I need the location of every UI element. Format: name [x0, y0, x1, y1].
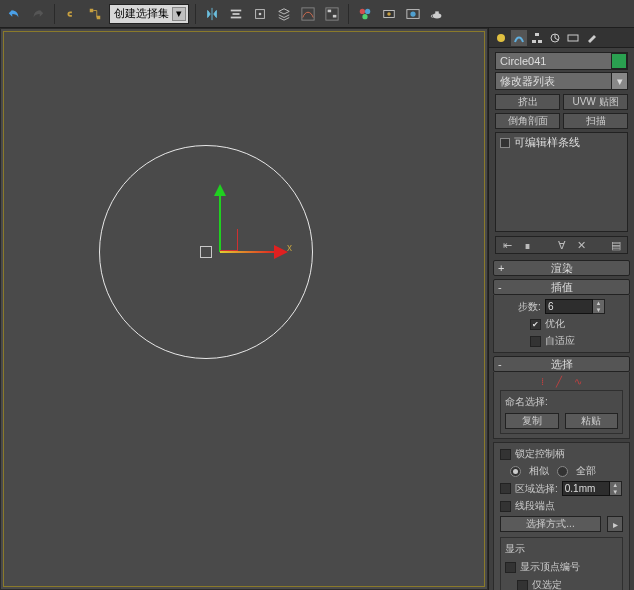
- object-name-field[interactable]: Circle041: [495, 52, 628, 70]
- selection-set-dropdown[interactable]: 创建选择集 ▾: [109, 4, 189, 24]
- lock-handles-checkbox[interactable]: [500, 449, 511, 460]
- svg-point-13: [362, 14, 367, 19]
- collapse-icon: -: [498, 358, 502, 370]
- all-label: 全部: [576, 464, 596, 478]
- area-select-label: 区域选择:: [515, 482, 558, 496]
- undo-icon[interactable]: [4, 4, 24, 24]
- selected-only-checkbox[interactable]: [517, 580, 528, 591]
- lock-handles-label: 锁定控制柄: [515, 447, 565, 461]
- motion-tab-icon[interactable]: [547, 30, 563, 46]
- configure-sets-icon[interactable]: ▤: [609, 238, 623, 252]
- command-panel-tabs: [489, 28, 634, 48]
- rollout-render-header[interactable]: + 渲染: [493, 260, 630, 276]
- area-select-checkbox[interactable]: [500, 483, 511, 494]
- svg-rect-0: [90, 8, 94, 12]
- similar-label: 相似: [529, 464, 549, 478]
- rollout-select-header[interactable]: - 选择: [493, 356, 630, 372]
- show-vertex-num-checkbox[interactable]: [505, 562, 516, 573]
- spline-subobj-icon[interactable]: ∿: [574, 376, 582, 387]
- xy-plane-handle[interactable]: [220, 229, 238, 251]
- svg-rect-9: [328, 9, 332, 12]
- segment-end-checkbox[interactable]: [500, 501, 511, 512]
- svg-rect-3: [233, 13, 240, 15]
- rollout-interp-header[interactable]: - 插值: [493, 279, 630, 295]
- uvw-map-button[interactable]: UVW 贴图: [563, 94, 628, 110]
- extrude-button[interactable]: 挤出: [495, 94, 560, 110]
- stack-toolbar: ⇤ ∎ ∀ ✕ ▤: [495, 236, 628, 254]
- copy-button[interactable]: 复制: [505, 413, 559, 429]
- x-axis-arrow-icon: [274, 245, 288, 259]
- rollout-render-title: 渲染: [494, 261, 629, 276]
- modifier-stack[interactable]: 可编辑样条线: [495, 132, 628, 232]
- schematic-icon[interactable]: [85, 4, 105, 24]
- steps-label: 步数:: [518, 300, 541, 314]
- utilities-tab-icon[interactable]: [583, 30, 599, 46]
- remove-modifier-icon[interactable]: ✕: [575, 238, 589, 252]
- redo-icon[interactable]: [28, 4, 48, 24]
- steps-spinner[interactable]: ▲▼: [593, 299, 605, 314]
- render-setup-icon[interactable]: [379, 4, 399, 24]
- svg-rect-23: [538, 40, 542, 43]
- show-end-result-icon[interactable]: ∎: [520, 238, 534, 252]
- stack-expand-icon[interactable]: [500, 138, 510, 148]
- main-toolbar: 创建选择集 ▾: [0, 0, 634, 28]
- svg-point-12: [365, 8, 370, 13]
- svg-point-11: [360, 8, 365, 13]
- sweep-button[interactable]: 扫描: [563, 113, 628, 129]
- chamfer-button[interactable]: 倒角剖面: [495, 113, 560, 129]
- modifier-stack-item[interactable]: 可编辑样条线: [500, 135, 623, 150]
- svg-rect-2: [231, 9, 242, 11]
- all-radio[interactable]: [557, 466, 568, 477]
- steps-input[interactable]: [545, 299, 593, 314]
- subobject-icons: ⁞ ╱ ∿: [500, 376, 623, 387]
- svg-point-20: [497, 34, 505, 42]
- rollout-select-title: 选择: [494, 357, 629, 372]
- material-editor-icon[interactable]: [355, 4, 375, 24]
- y-axis-arrow-icon: [214, 184, 226, 196]
- align-icon[interactable]: [226, 4, 246, 24]
- pin-stack-icon[interactable]: ⇤: [500, 238, 514, 252]
- similar-radio[interactable]: [510, 466, 521, 477]
- command-panel: Circle041 修改器列表 ▾ 挤出 UVW 贴图 倒角剖面 扫描 可编辑样…: [488, 28, 634, 590]
- viewport[interactable]: x: [0, 28, 488, 590]
- render-frame-icon[interactable]: [403, 4, 423, 24]
- adaptive-label: 自适应: [545, 334, 575, 348]
- snap-toggle-icon[interactable]: [250, 4, 270, 24]
- paste-button[interactable]: 粘贴: [565, 413, 619, 429]
- layers-icon[interactable]: [274, 4, 294, 24]
- hierarchy-tab-icon[interactable]: [529, 30, 545, 46]
- modifier-list-dropdown[interactable]: 修改器列表 ▾: [495, 72, 628, 90]
- segment-subobj-icon[interactable]: ╱: [556, 376, 562, 387]
- teapot-icon[interactable]: [427, 4, 447, 24]
- schematic-view-icon[interactable]: [322, 4, 342, 24]
- collapse-icon: -: [498, 281, 502, 293]
- svg-rect-19: [435, 11, 439, 14]
- x-axis[interactable]: [220, 251, 276, 253]
- link-icon[interactable]: [61, 4, 81, 24]
- create-tab-icon[interactable]: [493, 30, 509, 46]
- gizmo-center[interactable]: [200, 246, 212, 258]
- svg-rect-1: [97, 15, 101, 19]
- object-color-swatch[interactable]: [611, 53, 627, 69]
- svg-rect-22: [532, 40, 536, 43]
- adaptive-checkbox[interactable]: [530, 336, 541, 347]
- segment-end-label: 线段端点: [515, 499, 555, 513]
- area-select-spinner[interactable]: ▲▼: [610, 481, 622, 496]
- select-by-button[interactable]: 选择方式...: [500, 516, 601, 532]
- select-by-flyout-button[interactable]: ▸: [607, 516, 623, 532]
- optimize-checkbox[interactable]: [530, 319, 541, 330]
- make-unique-icon[interactable]: ∀: [555, 238, 569, 252]
- svg-point-17: [410, 11, 415, 16]
- object-name-text: Circle041: [500, 55, 546, 67]
- svg-rect-7: [302, 7, 314, 19]
- dropdown-caret-icon: ▾: [172, 7, 186, 21]
- modify-tab-icon[interactable]: [511, 30, 527, 46]
- area-select-input[interactable]: [562, 481, 610, 496]
- svg-rect-25: [568, 35, 578, 41]
- vertex-subobj-icon[interactable]: ⁞: [541, 376, 544, 387]
- display-tab-icon[interactable]: [565, 30, 581, 46]
- curve-editor-icon[interactable]: [298, 4, 318, 24]
- mirror-icon[interactable]: [202, 4, 222, 24]
- display-group-label: 显示: [505, 542, 525, 556]
- selected-only-label: 仅选定: [532, 578, 562, 590]
